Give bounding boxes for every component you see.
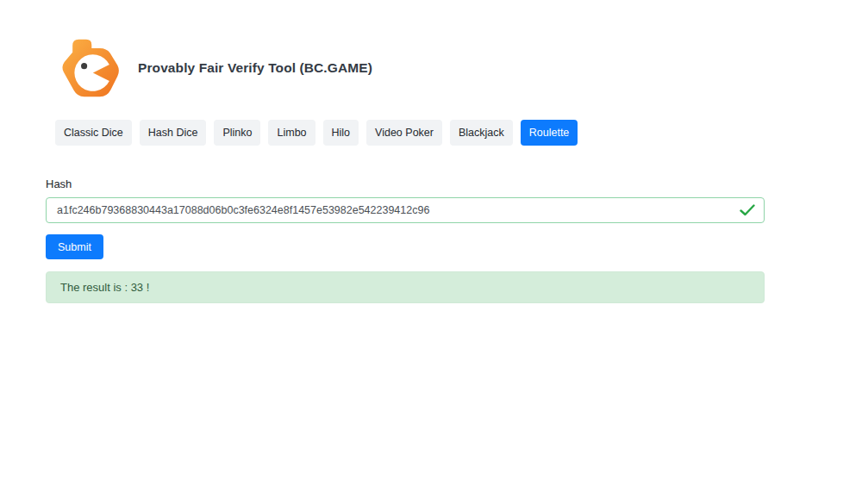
- tab-roulette[interactable]: Roulette: [521, 120, 578, 146]
- tab-limbo[interactable]: Limbo: [268, 120, 315, 146]
- tab-classic-dice[interactable]: Classic Dice: [55, 120, 132, 146]
- check-icon: [740, 204, 755, 216]
- tab-blackjack[interactable]: Blackjack: [450, 120, 513, 146]
- result-message: The result is : 33 !: [60, 281, 149, 294]
- tab-hilo[interactable]: Hilo: [323, 120, 359, 146]
- header: Provably Fair Verify Tool (BC.GAME): [0, 0, 862, 106]
- tab-video-poker[interactable]: Video Poker: [366, 120, 442, 146]
- hash-input-wrap: [46, 197, 765, 223]
- submit-button[interactable]: Submit: [46, 234, 103, 259]
- hash-label: Hash: [46, 177, 765, 190]
- verify-form: Hash Submit: [46, 177, 765, 259]
- hash-input[interactable]: [46, 197, 765, 223]
- tab-plinko[interactable]: Plinko: [214, 120, 260, 146]
- result-alert: The result is : 33 !: [46, 271, 765, 303]
- page: Provably Fair Verify Tool (BC.GAME) Clas…: [0, 0, 862, 504]
- page-title: Provably Fair Verify Tool (BC.GAME): [138, 60, 372, 76]
- tab-hash-dice[interactable]: Hash Dice: [140, 120, 207, 146]
- bc-game-logo: [57, 30, 125, 106]
- game-tabs: Classic Dice Hash Dice Plinko Limbo Hilo…: [55, 120, 862, 146]
